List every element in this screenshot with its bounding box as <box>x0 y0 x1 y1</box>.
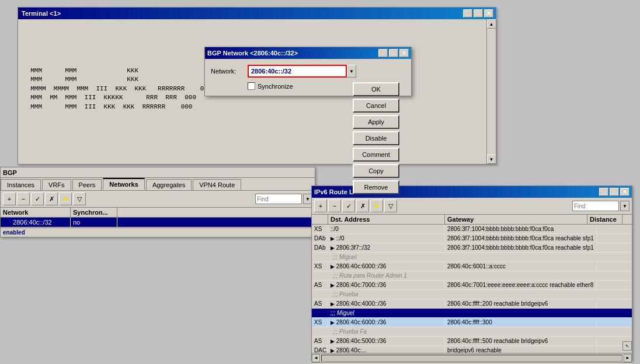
type-cell: DAC <box>312 346 328 353</box>
network-input[interactable] <box>248 65 347 78</box>
dist-cell <box>597 303 632 304</box>
sync-cell: no <box>71 218 117 227</box>
gw-cell: 2806:3f7:1004:bbbb:bbbb:bbbb:f0ca:f0ca <box>445 225 597 233</box>
dist-cell <box>597 238 632 239</box>
add-button[interactable]: + <box>3 192 16 205</box>
ipv6-row[interactable]: AS ▶ 2806:40c:5000::/36 2806:40c:ffff::5… <box>312 337 632 346</box>
hscroll-left-arrow[interactable]: ◄ <box>312 354 320 362</box>
type-cell: AS <box>312 281 328 289</box>
ipv6-remove-btn[interactable]: − <box>328 200 341 212</box>
star-button[interactable]: ★ <box>59 192 72 205</box>
col-type-header <box>312 215 328 224</box>
col-dist-header: Distance <box>587 215 622 224</box>
gw-cell: 2806:3f7:1004:bbbb:bbbb:bbbb:f0ca:f0ca r… <box>445 244 597 251</box>
ipv6-row[interactable]: DAb ▶ 2806:3f7::/32 2806:3f7:1004:bbbb:b… <box>312 243 632 253</box>
type-cell: XS <box>312 262 328 270</box>
ipv6-row[interactable]: AS ▶ 2806:40c:4000::/36 2806:40c:ffff::2… <box>312 299 632 309</box>
ipv6-check-btn[interactable]: ✓ <box>342 200 355 212</box>
comment-text: ;;; Miguel <box>331 254 357 260</box>
dist-cell <box>597 266 632 267</box>
type-badge: XS <box>314 226 322 232</box>
dialog-titlebar: BGP Network <2806:40c::/32> _ □ ✕ <box>205 47 411 59</box>
ipv6-comment-row: ;;; Miguel <box>312 253 632 262</box>
dst-cell: ▶ 2806:40c:5000::/36 <box>328 337 445 345</box>
tab-vrfs[interactable]: VRFs <box>42 179 71 190</box>
dialog-minimize-btn[interactable]: _ <box>378 49 388 57</box>
type-cell: DAb <box>312 244 328 251</box>
gw-cell: 2806:40c:ffff::300 <box>445 318 597 326</box>
type-cell: AS <box>312 300 328 307</box>
tab-aggregates[interactable]: Aggregates <box>146 179 192 190</box>
ipv6-find-input[interactable] <box>572 201 619 211</box>
comment-text: ;;; Prueba Fa <box>331 328 367 335</box>
comment-text: ;;; Ruta para Router Admin 1 <box>331 272 407 279</box>
dialog-maximize-btn[interactable]: □ <box>389 49 398 57</box>
scroll-down-arrow[interactable]: ▼ <box>487 155 496 164</box>
scroll-up-arrow[interactable]: ▲ <box>487 19 496 29</box>
network-label: Network: <box>211 68 243 75</box>
ok-button[interactable]: OK <box>353 82 399 96</box>
bgp-find-input[interactable] <box>255 194 302 204</box>
dist-cell <box>597 322 632 323</box>
cancel-button[interactable]: Cancel <box>353 99 399 113</box>
ipv6-row[interactable]: XS ::/0 2806:3f7:1004:bbbb:bbbb:bbbb:f0c… <box>312 225 632 234</box>
gw-cell: 2806:3f7:1004:bbbb:bbbb:bbbb:f0ca:f0ca r… <box>445 235 597 242</box>
bgp-table-body: 2806:40c::/32 no <box>1 218 315 228</box>
ipv6-find-arrow[interactable]: ▼ <box>620 201 629 211</box>
dialog-title: BGP Network <2806:40c::/32> <box>207 50 298 57</box>
ipv6-row[interactable]: AS ▶ 2806:40c:7000::/36 2806:40c:7001:ee… <box>312 281 632 290</box>
network-input-wrap: ▼ <box>248 65 405 78</box>
bgp-panel-title: BGP <box>1 167 315 178</box>
bgp-toolbar: + − ✓ ✗ ★ ▽ ▼ <box>1 191 315 208</box>
check-button[interactable]: ✓ <box>31 192 44 205</box>
hscroll-right-arrow[interactable]: ► <box>624 354 632 362</box>
terminal-close-btn[interactable]: ✕ <box>484 9 493 18</box>
terminal-title: Terminal <1> <box>20 10 463 17</box>
ipv6-star-btn[interactable]: ★ <box>370 200 383 212</box>
x-button[interactable]: ✗ <box>45 192 58 205</box>
selected-comment: ;;; Miguel <box>328 309 357 317</box>
ipv6-filter-btn[interactable]: ▽ <box>384 200 397 212</box>
apply-button[interactable]: Apply <box>353 115 399 129</box>
ipv6-selected-row[interactable]: ;;; Miguel <box>312 309 632 318</box>
network-row: Network: ▼ <box>211 65 405 78</box>
tab-networks[interactable]: Networks <box>103 178 145 190</box>
ipv6-rows: XS ::/0 2806:3f7:1004:bbbb:bbbb:bbbb:f0c… <box>312 225 632 353</box>
copy-button[interactable]: Copy <box>353 164 399 178</box>
ipv6-x-btn[interactable]: ✗ <box>356 200 369 212</box>
sync-checkbox[interactable] <box>248 82 255 90</box>
terminal-maximize-btn[interactable]: □ <box>474 9 483 18</box>
table-row[interactable]: 2806:40c::/32 no <box>1 218 315 228</box>
ipv6-row[interactable]: XS ▶ 2806:40c:6000::/36 2806:40c:6001::a… <box>312 262 632 271</box>
dst-cell: ▶ ::/0 <box>328 235 445 242</box>
remove-button[interactable]: − <box>17 192 30 205</box>
dst-cell: ▶ 2806:40c:7000::/36 <box>328 281 445 289</box>
ipv6-toolbar: + − ✓ ✗ ★ ▽ ▼ <box>312 198 632 215</box>
ipv6-add-btn[interactable]: + <box>314 200 327 212</box>
comment-button[interactable]: Comment <box>353 148 399 162</box>
ipv6-highlighted-row[interactable]: XS ▶ 2806:40c:6000::/36 2806:40c:ffff::3… <box>312 318 632 327</box>
ipv6-controls: _ □ ✕ <box>599 188 629 196</box>
disable-button[interactable]: Disable <box>353 131 399 145</box>
filter-button[interactable]: ▽ <box>73 192 86 205</box>
gw-cell: 2806:40c:7001:eeee:eeee:eeee:a:cccc reac… <box>445 281 597 289</box>
terminal-scrollbar: ▲ ▼ <box>486 19 496 164</box>
ipv6-maximize-btn[interactable]: □ <box>610 188 619 196</box>
dist-cell <box>597 229 632 230</box>
terminal-minimize-btn[interactable]: _ <box>463 9 472 18</box>
gw-cell: bridgeipv6 reachable <box>445 346 597 353</box>
dialog-close-btn[interactable]: ✕ <box>399 49 409 57</box>
type-cell: AS <box>312 337 328 345</box>
ipv6-row[interactable]: DAb ▶ ::/0 2806:3f7:1004:bbbb:bbbb:bbbb:… <box>312 234 632 243</box>
tab-vpn4route[interactable]: VPN4 Route <box>193 179 241 190</box>
ipv6-minimize-btn[interactable]: _ <box>599 188 608 196</box>
hscroll-track[interactable] <box>321 355 622 362</box>
tab-peers[interactable]: Peers <box>72 179 102 190</box>
col-sync-header: Synchron... <box>71 208 117 217</box>
tab-instances[interactable]: Instances <box>1 179 41 190</box>
remove-button[interactable]: Remove <box>353 180 399 194</box>
ipv6-close-btn[interactable]: ✕ <box>620 188 629 196</box>
ipv6-row[interactable]: DAC ▶ 2806:40c:... bridgeipv6 reachable <box>312 346 632 353</box>
gw-cell: 2806:40c:6001::a:cccc <box>445 262 597 270</box>
network-dropdown-arrow[interactable]: ▼ <box>347 65 356 78</box>
